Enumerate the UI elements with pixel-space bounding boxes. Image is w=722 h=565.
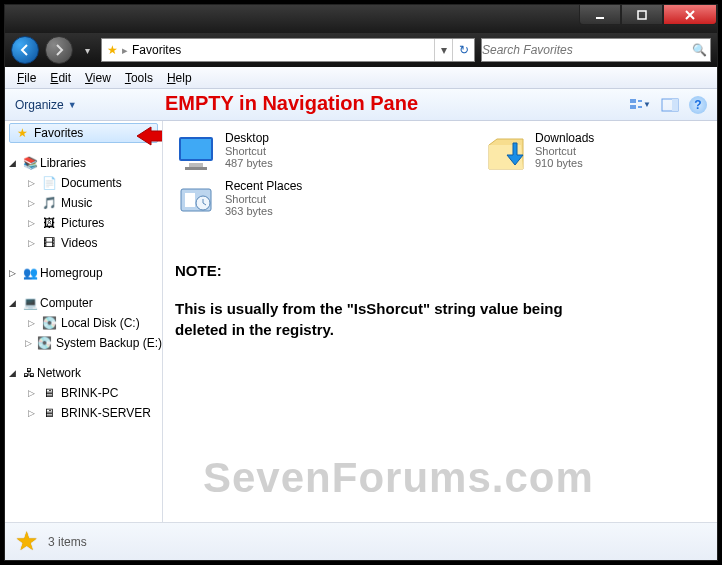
drive-icon: 💽	[41, 316, 57, 330]
search-icon[interactable]: 🔍	[688, 43, 710, 57]
status-bar: ★ 3 items	[5, 522, 717, 560]
annotation-heading: EMPTY in Navigation Pane	[165, 92, 418, 115]
file-type: Shortcut	[225, 193, 302, 205]
recent-places-icon	[175, 179, 217, 221]
expand-icon[interactable]: ▷	[25, 238, 37, 248]
breadcrumb-location[interactable]: Favorites	[128, 43, 185, 57]
expand-icon[interactable]: ▷	[25, 388, 37, 398]
menu-file[interactable]: File	[11, 69, 42, 87]
window-close-button[interactable]	[663, 5, 717, 25]
downloads-icon	[485, 131, 527, 173]
file-size: 910 bytes	[535, 157, 594, 169]
search-box[interactable]: 🔍	[481, 38, 711, 62]
nav-computer[interactable]: ◢ 💻 Computer	[5, 293, 162, 313]
file-recent-places[interactable]: Recent Places Shortcut 363 bytes	[175, 179, 395, 221]
nav-item-label: Pictures	[61, 216, 104, 230]
annotation-note: NOTE: This is usually from the "IsShorcu…	[175, 261, 605, 340]
expand-icon[interactable]: ▷	[25, 318, 37, 328]
menu-view[interactable]: View	[79, 69, 117, 87]
file-downloads[interactable]: Downloads Shortcut 910 bytes	[485, 131, 705, 173]
nav-host-pc[interactable]: ▷🖥BRINK-PC	[5, 383, 162, 403]
window-maximize-button[interactable]	[621, 5, 663, 25]
nav-music[interactable]: ▷🎵Music	[5, 193, 162, 213]
expand-icon[interactable]: ▷	[25, 338, 33, 348]
homegroup-icon: 👥	[23, 266, 38, 280]
svg-rect-4	[638, 100, 642, 102]
nav-videos[interactable]: ▷🎞Videos	[5, 233, 162, 253]
nav-network-label: Network	[37, 366, 81, 380]
chevron-down-icon: ▼	[68, 100, 77, 110]
svg-marker-8	[137, 127, 163, 145]
nav-host-server[interactable]: ▷🖥BRINK-SERVER	[5, 403, 162, 423]
forward-button[interactable]	[45, 36, 73, 64]
drive-icon: 💽	[37, 336, 52, 350]
svg-rect-14	[185, 193, 195, 207]
svg-rect-3	[630, 105, 636, 109]
address-dropdown[interactable]: ▾	[434, 39, 452, 61]
organize-label: Organize	[15, 98, 64, 112]
libraries-icon: 📚	[23, 156, 38, 170]
annotation-arrow	[135, 125, 163, 150]
refresh-button[interactable]: ↻	[452, 39, 474, 61]
svg-rect-12	[185, 167, 207, 170]
collapse-icon[interactable]: ◢	[9, 298, 21, 308]
history-dropdown[interactable]: ▾	[79, 38, 95, 62]
star-icon: ★	[102, 43, 122, 57]
nav-drive-c[interactable]: ▷💽Local Disk (C:)	[5, 313, 162, 333]
nav-libraries-label: Libraries	[40, 156, 86, 170]
expand-icon[interactable]: ▷	[25, 408, 37, 418]
documents-icon: 📄	[41, 176, 57, 190]
help-button[interactable]: ?	[689, 96, 707, 114]
computer-icon: 🖥	[41, 406, 57, 420]
nav-item-label: BRINK-PC	[61, 386, 118, 400]
network-icon: 🖧	[23, 366, 35, 380]
menu-help[interactable]: Help	[161, 69, 198, 87]
menu-tools[interactable]: Tools	[119, 69, 159, 87]
nav-homegroup[interactable]: ▷ 👥 Homegroup	[5, 263, 162, 283]
svg-rect-5	[638, 106, 642, 108]
menu-edit[interactable]: Edit	[44, 69, 77, 87]
back-button[interactable]	[11, 36, 39, 64]
collapse-icon[interactable]: ◢	[9, 158, 21, 168]
nav-libraries[interactable]: ◢ 📚 Libraries	[5, 153, 162, 173]
menu-bar: File Edit View Tools Help	[5, 67, 717, 89]
nav-network[interactable]: ◢ 🖧 Network	[5, 363, 162, 383]
preview-pane-button[interactable]	[659, 94, 681, 116]
svg-rect-0	[596, 17, 604, 19]
watermark: SevenForums.com	[203, 454, 594, 502]
nav-documents[interactable]: ▷📄Documents	[5, 173, 162, 193]
file-size: 487 bytes	[225, 157, 273, 169]
svg-rect-10	[181, 139, 211, 159]
nav-item-label: Music	[61, 196, 92, 210]
navigation-row: ▾ ★ ▸ Favorites ▾ ↻ 🔍	[5, 33, 717, 67]
expand-icon[interactable]: ▷	[25, 218, 37, 228]
file-type: Shortcut	[535, 145, 594, 157]
view-options-button[interactable]: ▼	[629, 94, 651, 116]
star-icon: ★	[14, 126, 30, 140]
nav-item-label: System Backup (E:)	[56, 336, 162, 350]
search-input[interactable]	[482, 43, 688, 57]
expand-icon[interactable]: ▷	[9, 268, 21, 278]
content-pane: Desktop Shortcut 487 bytes Downloads Sho…	[163, 121, 717, 522]
file-size: 363 bytes	[225, 205, 302, 217]
collapse-icon[interactable]: ◢	[9, 368, 21, 378]
navigation-pane: ★ Favorites ◢ 📚 Libraries ▷📄Documents ▷🎵…	[5, 121, 163, 522]
nav-pictures[interactable]: ▷🖼Pictures	[5, 213, 162, 233]
window-minimize-button[interactable]	[579, 5, 621, 25]
address-bar[interactable]: ★ ▸ Favorites ▾ ↻	[101, 38, 475, 62]
file-name: Desktop	[225, 131, 273, 145]
svg-rect-2	[630, 99, 636, 103]
nav-drive-e[interactable]: ▷💽System Backup (E:)	[5, 333, 162, 353]
desktop-icon	[175, 131, 217, 173]
nav-item-label: BRINK-SERVER	[61, 406, 151, 420]
nav-item-label: Local Disk (C:)	[61, 316, 140, 330]
file-name: Recent Places	[225, 179, 302, 193]
expand-icon[interactable]: ▷	[25, 198, 37, 208]
organize-button[interactable]: Organize ▼	[15, 98, 77, 112]
status-count: 3 items	[48, 535, 87, 549]
nav-computer-label: Computer	[40, 296, 93, 310]
file-desktop[interactable]: Desktop Shortcut 487 bytes	[175, 131, 395, 173]
expand-icon[interactable]: ▷	[25, 178, 37, 188]
note-body: This is usually from the "IsShorcut" str…	[175, 299, 605, 340]
command-bar: Organize ▼ EMPTY in Navigation Pane ▼ ?	[5, 89, 717, 121]
